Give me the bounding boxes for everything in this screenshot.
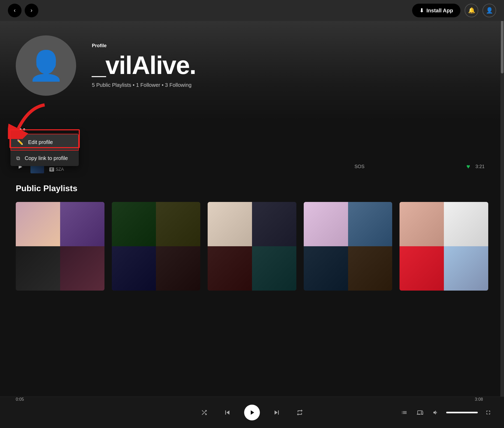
playlist-cell xyxy=(348,246,392,291)
queue-button[interactable] xyxy=(399,407,410,418)
playlist-cell xyxy=(304,246,348,291)
public-playlists-heading: Public Playlists xyxy=(16,184,77,193)
copy-link-menu-item[interactable]: ⧉ Copy link to profile xyxy=(10,151,79,166)
user-icon: 👤 xyxy=(486,7,493,14)
playlist-cell xyxy=(156,202,200,246)
topbar-left: ‹ › xyxy=(8,4,38,17)
playlist-cell xyxy=(60,246,104,291)
playlist-card-1[interactable] xyxy=(16,202,104,291)
playlist-cell xyxy=(400,246,444,291)
time-total: 3:08 xyxy=(475,397,483,402)
track-album: SOS xyxy=(258,164,461,169)
profile-label: Profile xyxy=(92,43,196,49)
track-duration: 3:21 xyxy=(475,164,485,169)
playlist-cell xyxy=(400,202,444,246)
explicit-badge: E xyxy=(49,167,54,172)
playlist-cell xyxy=(252,246,296,291)
copy-icon: ⧉ xyxy=(16,155,20,161)
playlist-card-2[interactable] xyxy=(112,202,201,291)
avatar-icon: 👤 xyxy=(28,49,64,83)
red-arrow-indicator xyxy=(8,102,50,140)
playlist-cell xyxy=(60,202,104,246)
playlist-cell xyxy=(112,246,156,291)
repeat-button[interactable] xyxy=(293,406,306,419)
track-info: Snooze E SZA xyxy=(49,162,253,172)
user-button[interactable]: 👤 xyxy=(482,4,496,17)
playlist-cell xyxy=(156,246,200,291)
next-button[interactable] xyxy=(270,406,283,419)
track-title: Snooze xyxy=(49,162,253,167)
fullscreen-button[interactable] xyxy=(483,407,494,418)
bell-button[interactable]: 🔔 xyxy=(465,4,478,17)
forward-button[interactable]: › xyxy=(25,4,38,17)
playlist-card-5[interactable] xyxy=(400,202,488,291)
install-app-button[interactable]: ⬇ Install App xyxy=(412,4,460,17)
playlist-cell xyxy=(208,202,252,246)
time-current: 0:05 xyxy=(16,397,24,402)
playlist-card-4[interactable] xyxy=(304,202,392,291)
player-bar xyxy=(0,397,504,428)
track-artist: E SZA xyxy=(49,167,253,172)
avatar: 👤 xyxy=(16,35,76,96)
shuffle-button[interactable] xyxy=(198,406,211,419)
profile-name: _vilAlive. xyxy=(92,53,196,78)
install-app-label: Install App xyxy=(427,8,453,14)
volume-button[interactable] xyxy=(430,407,441,418)
volume-slider[interactable] xyxy=(446,412,478,413)
hero-info: Profile _vilAlive. 5 Public Playlists • … xyxy=(92,43,196,88)
playlist-cell xyxy=(16,246,60,291)
back-button[interactable]: ‹ xyxy=(8,4,22,17)
playlist-cell xyxy=(444,246,488,291)
playlist-cell xyxy=(304,202,348,246)
playlist-card-3[interactable] xyxy=(208,202,296,291)
copy-link-label: Copy link to profile xyxy=(25,155,68,161)
player-right-controls xyxy=(399,407,494,418)
devices-button[interactable] xyxy=(415,407,425,418)
playlist-cell xyxy=(112,202,156,246)
play-pause-button[interactable] xyxy=(244,405,260,420)
profile-stats: 5 Public Playlists • 1 Follower • 3 Foll… xyxy=(92,82,196,88)
volume-fill xyxy=(446,412,471,413)
playlist-cell xyxy=(444,202,488,246)
topbar: ‹ › ⬇ Install App 🔔 👤 xyxy=(0,0,504,21)
previous-button[interactable] xyxy=(221,406,234,419)
install-icon: ⬇ xyxy=(419,7,424,14)
scrollbar-track[interactable] xyxy=(500,0,504,428)
playlist-cell xyxy=(348,202,392,246)
playlist-cell xyxy=(208,246,252,291)
playlist-grid xyxy=(16,202,488,291)
bell-icon: 🔔 xyxy=(468,7,475,14)
playlist-cell xyxy=(16,202,60,246)
artist-name: SZA xyxy=(56,167,64,172)
like-icon[interactable]: ♥ xyxy=(466,163,470,170)
topbar-right: ⬇ Install App 🔔 👤 xyxy=(412,4,496,17)
playlist-cell xyxy=(252,202,296,246)
